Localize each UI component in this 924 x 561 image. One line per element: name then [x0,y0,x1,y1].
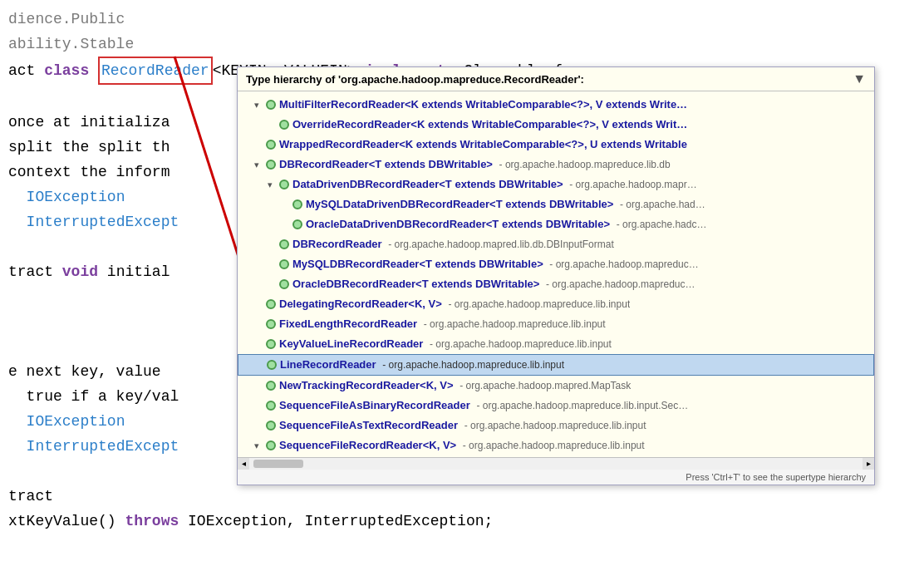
class-icon [266,401,276,411]
class-icon [279,180,289,189]
tree-toggle-icon [268,276,279,293]
class-icon [279,239,289,249]
horizontal-scrollbar[interactable]: ◂ ▸ [238,457,874,469]
scroll-right-button[interactable]: ▸ [863,458,874,470]
tree-toggle-icon [268,116,279,133]
list-item[interactable]: OracleDataDrivenDBRecordReader<T extends… [238,214,874,234]
class-icon [279,120,289,130]
tree-toggle-icon [254,417,266,434]
tree-toggle-icon[interactable]: ▾ [254,156,266,173]
tree-toggle-icon[interactable]: ▾ [254,96,266,113]
popup-content[interactable]: ▾ MultiFilterRecordReader<K extends Writ… [238,91,874,457]
tree-toggle-icon [268,236,279,253]
list-item[interactable]: ▾ DBRecordReader<T extends DBWritable> -… [238,155,874,175]
popup-status-bar: Press 'Ctrl+T' to see the supertype hier… [238,469,874,485]
scroll-thumb[interactable] [253,460,303,468]
tree-toggle-icon [255,357,267,373]
code-line-21: xtKeyValue() throws IOException, Interru… [8,509,916,534]
tree-toggle-icon [268,256,279,273]
code-line-2: ability.Stable [8,32,916,57]
class-icon [267,360,277,370]
class-icon [266,381,276,391]
class-icon [266,140,276,150]
class-icon [266,339,276,349]
class-icon [279,279,289,289]
list-item[interactable]: OracleDBRecordReader<T extends DBWritabl… [238,274,874,294]
scroll-track[interactable] [249,458,863,470]
list-item[interactable]: FixedLengthRecordReader - org.apache.had… [238,314,874,334]
class-icon [266,319,276,329]
tree-toggle-icon[interactable]: ▾ [254,437,266,454]
type-hierarchy-popup: Type hierarchy of 'org.apache.hadoop.map… [237,66,875,485]
tree-toggle-icon [254,316,266,332]
tree-toggle-icon [254,397,266,414]
popup-close-button[interactable]: ▼ [853,72,866,86]
popup-title-bar: Type hierarchy of 'org.apache.hadoop.map… [238,67,874,91]
tree-toggle-icon [281,216,292,233]
tree-toggle-icon [254,136,266,153]
popup-title: Type hierarchy of 'org.apache.hadoop.map… [246,73,584,86]
class-icon [266,100,276,110]
list-item[interactable]: KeyValueLineRecordReader - org.apache.ha… [238,334,874,354]
status-text: Press 'Ctrl+T' to see the supertype hier… [686,472,866,482]
code-line-1: dience.Public [8,7,916,32]
class-icon [292,199,302,209]
class-icon [266,421,276,431]
list-item[interactable]: WrappedRecordReader<K extends WritableCo… [238,135,874,155]
list-item[interactable]: SequenceFileAsBinaryRecordReader - org.a… [238,396,874,416]
class-icon [279,259,289,269]
list-item-selected[interactable]: LineRecordReader - org.apache.hadoop.map… [238,354,874,376]
code-line-20: tract [8,484,916,509]
class-icon [266,440,276,450]
list-item[interactable]: NewTrackingRecordReader<K, V> - org.apac… [238,376,874,396]
class-icon [266,160,276,170]
list-item[interactable]: OverrideRecordReader<K extends WritableC… [238,115,874,135]
list-item[interactable]: MySQLDataDrivenDBRecordReader<T extends … [238,194,874,214]
tree-toggle-icon[interactable]: ▾ [268,176,279,193]
class-icon [266,299,276,309]
tree-toggle-icon [254,296,266,312]
tree-toggle-icon [281,196,292,213]
list-item[interactable]: DelegatingRecordReader<K, V> - org.apach… [238,294,874,314]
scroll-left-button[interactable]: ◂ [238,458,249,470]
tree-toggle-icon [254,377,266,394]
list-item[interactable]: ▾ DataDrivenDBRecordReader<T extends DBW… [238,175,874,194]
list-item[interactable]: SequenceFileAsTextRecordReader - org.apa… [238,416,874,436]
tree-toggle-icon [254,336,266,352]
list-item[interactable]: MySQLDBRecordReader<T extends DBWritable… [238,254,874,274]
list-item[interactable]: ▾ MultiFilterRecordReader<K extends Writ… [238,95,874,115]
class-icon [292,219,302,229]
list-item[interactable]: ▾ SequenceFileRecordReader<K, V> - org.a… [238,436,874,455]
list-item[interactable]: DBRecordReader - org.apache.hadoop.mapre… [238,234,874,254]
